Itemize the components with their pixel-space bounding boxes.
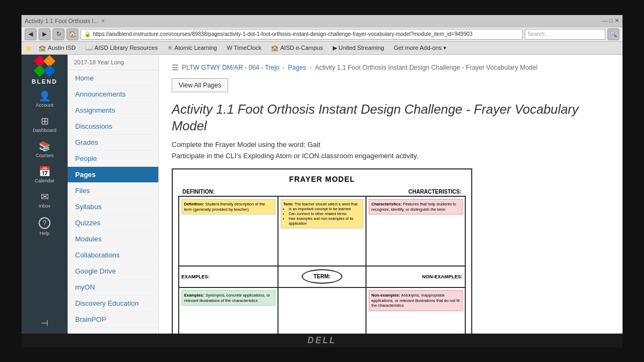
secure-icon: 🔒 <box>84 31 91 37</box>
nav-item-pages[interactable]: Pages <box>68 167 158 183</box>
sidebar-item-help[interactable]: ? Help <box>21 213 68 240</box>
dell-label-bar: DELL <box>21 334 623 348</box>
forward-button[interactable]: ▶ <box>39 28 50 40</box>
nav-item-assignments[interactable]: Assignments <box>68 102 158 119</box>
bookmark-addons[interactable]: Get more Add-ons ▾ <box>391 43 450 53</box>
inbox-icon: ✉ <box>41 192 49 202</box>
sidebar-item-dashboard[interactable]: ⊞ Dashboard <box>21 112 68 137</box>
breadcrumb-sep2: › <box>310 64 312 71</box>
main-content: ☰ PLTW GTWY DM/AR - 064 - Trejo › Pages … <box>159 55 623 334</box>
sidebar-item-courses[interactable]: 📚 Courses <box>21 137 68 162</box>
bookmark-timeclock[interactable]: W TimeClock <box>223 43 265 52</box>
nav-item-discovery[interactable]: Discovery Education <box>68 295 158 312</box>
term-bullet-1: Is an important concept to be learned <box>289 206 361 211</box>
bookmarks-bar: ⭐ 🏫 Austin ISD 📖 AISD Library Resources … <box>21 42 623 55</box>
page-desc1: Complete the Frayer Model using the word… <box>172 141 610 149</box>
lms-sidebar: BLEND 👤 Account ⊞ Dashboard 📚 Courses <box>21 55 68 334</box>
nav-item-home[interactable]: Home <box>68 70 158 86</box>
bookmark-atomic-learning[interactable]: ⚛ Atomic Learning <box>164 43 221 53</box>
austin-isd-icon: 🏫 <box>39 45 46 51</box>
characteristics-label: CHARACTERISTICS: <box>408 189 462 195</box>
bookmark-austin-isd[interactable]: 🏫 Austin ISD <box>35 43 79 53</box>
nav-item-google-drive[interactable]: Google Drive <box>68 263 158 279</box>
ecampus-icon: 🏫 <box>271 45 279 51</box>
sidebar-item-account[interactable]: 👤 Account <box>21 87 68 112</box>
frayer-char-note: Characteristics: Features that help stud… <box>369 199 463 215</box>
frayer-def-note: Definition: Student-friendly description… <box>181 199 275 215</box>
blend-text: BLEND <box>32 78 57 85</box>
nav-item-brainpop[interactable]: BrainPOP <box>68 312 158 328</box>
nav-item-discussions[interactable]: Discussions <box>68 119 158 135</box>
hamburger-icon: ☰ <box>172 63 179 72</box>
browser-chrome: Activity 1.1 Foot Orthosis I... ✕ — □ ✕ … <box>21 15 623 55</box>
nav-bar: ◀ ▶ ↻ 🏠 🔒 https://aisdblend.instructure.… <box>21 27 623 42</box>
search-go-button[interactable]: 🔍 <box>608 28 619 40</box>
blend-logo: BLEND <box>21 55 68 87</box>
dell-logo: DELL <box>308 336 336 345</box>
frayer-title: FRAYER MODEL <box>178 175 466 183</box>
nav-item-files[interactable]: Files <box>68 183 158 199</box>
nav-item-modules[interactable]: Modules <box>68 231 158 247</box>
nav-item-myon[interactable]: myON <box>68 279 158 295</box>
frayer-char-cell: Characteristics: Features that help stud… <box>366 196 465 266</box>
examples-label: EXAMPLES: <box>181 274 210 279</box>
frayer-header: DEFINITION: CHARACTERISTICS: <box>178 188 466 196</box>
collapse-icon: ⊣ <box>41 319 48 328</box>
bookmark-ecampus[interactable]: 🏫 AISD e-Campus <box>268 43 326 53</box>
monitor: Activity 1.1 Foot Orthosis I... ✕ — □ ✕ … <box>0 0 644 362</box>
frayer-ex-note: Examples: Synonyms, concrete application… <box>181 290 275 306</box>
window-controls[interactable]: — □ ✕ <box>602 17 619 24</box>
term-note-label: Term: <box>283 202 294 206</box>
tab-close[interactable]: ✕ <box>101 18 105 24</box>
ex-note-label: Examples: <box>184 293 204 298</box>
frayer-non-ex-note: Non-examples: Antonyms, inappropriate ap… <box>369 290 463 311</box>
bookmark-streaming[interactable]: ▶ United Streaming <box>330 43 387 53</box>
help-icon: ? <box>39 217 50 229</box>
breadcrumb-course-link[interactable]: PLTW GTWY DM/AR - 064 - Trejo <box>182 64 280 71</box>
frayer-term-center: Term: The teacher should select a word t… <box>278 196 366 266</box>
nav-item-people[interactable]: People <box>68 151 158 167</box>
page-title: Activity 1.1 Foot Orthosis Instant Desig… <box>172 101 610 134</box>
term-note-text: The teacher should select a word that: <box>295 202 358 206</box>
breadcrumb: ☰ PLTW GTWY DM/AR - 064 - Trejo › Pages … <box>172 63 610 72</box>
frayer-non-examples-label-cell: NON-EXAMPLES: <box>366 266 465 287</box>
nav-item-announcements[interactable]: Announcements <box>68 86 158 102</box>
search-placeholder: Search... <box>528 31 549 37</box>
browser-content: BLEND 👤 Account ⊞ Dashboard 📚 Courses <box>21 55 623 334</box>
sidebar-item-inbox[interactable]: ✉ Inbox <box>21 188 68 213</box>
view-all-pages-button[interactable]: View All Pages <box>172 78 228 92</box>
sidebar-collapse-button[interactable]: ⊣ <box>35 313 54 334</box>
frayer-bottom-center <box>278 287 366 334</box>
title-bar: Activity 1.1 Foot Orthosis I... ✕ — □ ✕ <box>21 15 623 27</box>
frayer-grid: Definition: Student-friendly description… <box>178 196 466 334</box>
course-nav: 2017-18 Year Long Home Announcements Ass… <box>68 55 159 334</box>
definition-label: DEFINITION: <box>182 189 215 195</box>
blend-diamonds <box>35 57 54 75</box>
tab-title: Activity 1.1 Foot Orthosis I... <box>25 18 99 24</box>
library-icon: 📖 <box>85 45 93 51</box>
char-note-label: Characteristics: <box>371 202 402 206</box>
term-bullet-3: Has examples and non-examples of its app… <box>289 216 361 226</box>
breadcrumb-current: Activity 1.1 Foot Orthosis Instant Desig… <box>315 64 538 71</box>
nav-item-quizzes[interactable]: Quizzes <box>68 215 158 231</box>
breadcrumb-pages-link[interactable]: Pages <box>288 64 306 71</box>
dashboard-icon: ⊞ <box>41 116 49 126</box>
nav-item-collaborations[interactable]: Collaborations <box>68 247 158 263</box>
frayer-definition-cell: Definition: Student-friendly description… <box>179 196 278 266</box>
courses-icon: 📚 <box>39 142 50 151</box>
frayer-term-oval-cell: TERM: <box>278 266 366 287</box>
streaming-icon: ▶ <box>333 45 337 51</box>
back-button[interactable]: ◀ <box>25 28 36 40</box>
nav-item-syllabus[interactable]: Syllabus <box>68 199 158 215</box>
address-bar[interactable]: 🔒 https://aisdblend.instructure.com/cour… <box>80 29 523 40</box>
screen: Activity 1.1 Foot Orthosis I... ✕ — □ ✕ … <box>21 15 623 348</box>
sidebar-item-calendar[interactable]: 📅 Calendar <box>21 162 68 188</box>
def-note-label: Definition: <box>184 202 204 206</box>
nav-item-grades[interactable]: Grades <box>68 135 158 151</box>
search-box[interactable]: Search... <box>525 29 605 40</box>
atomic-icon: ⚛ <box>167 45 173 51</box>
refresh-button[interactable]: ↻ <box>53 28 64 40</box>
breadcrumb-sep1: › <box>283 64 285 71</box>
bookmark-aisd-library[interactable]: 📖 AISD Library Resources <box>82 43 161 53</box>
home-nav-button[interactable]: 🏠 <box>67 28 78 40</box>
